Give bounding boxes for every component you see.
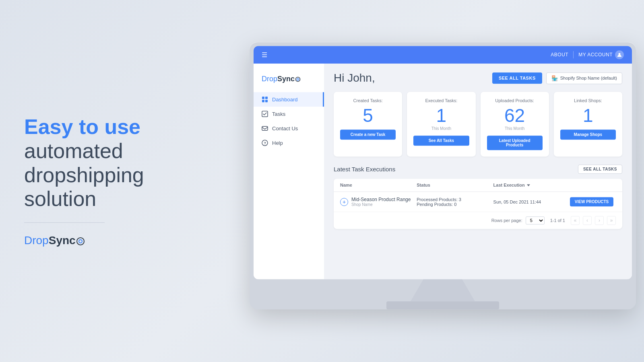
user-svg [617, 52, 622, 57]
tagline-line4: solution [24, 187, 177, 211]
task-action-cell: VIEW PRODUCTS [570, 197, 616, 206]
my-account-label: MY ACCOUNT [578, 52, 613, 58]
tagline-line3: dropshipping [24, 163, 177, 187]
greeting-text: Hi John, [334, 72, 375, 84]
sidebar-item-help[interactable]: ? Help [254, 136, 324, 150]
menu-icon[interactable]: ☰ [262, 51, 267, 59]
sidebar-logo: Drop Sync [254, 72, 324, 92]
monitor-stand [411, 279, 475, 301]
sidebar-item-contact[interactable]: Contact Us [254, 121, 324, 136]
col-header-status: Status [417, 183, 493, 187]
status-line2: Pending Products: 0 [417, 202, 493, 207]
stat-label-uploaded: Uploaded Products: [487, 98, 543, 103]
table-row: + Mid-Season Product Range Shop Name Pro… [334, 192, 622, 212]
stat-card-uploaded: Uploaded Products: 62 This Month Latest … [481, 92, 549, 156]
monitor-base [386, 301, 499, 309]
status-line1: Processed Products: 3 [417, 197, 493, 202]
pagination: Rows per page: 5 10 25 1-1 of 1 « ‹ › » [334, 212, 622, 229]
sidebar-label-contact: Contact Us [272, 125, 298, 132]
left-panel: Easy to use automated dropshipping solut… [24, 115, 177, 247]
stat-value-executed: 1 [413, 106, 469, 125]
stat-sub-executed: This Month [413, 126, 469, 131]
tagline-line2: automated [24, 139, 177, 163]
svg-rect-5 [262, 97, 264, 99]
task-name-cell: + Mid-Season Product Range Shop Name [340, 197, 417, 207]
table-header: Name Status Last Execution [334, 179, 622, 192]
section-header: Latest Task Executions SEE ALL TASKS [334, 165, 622, 174]
sidebar-label-tasks: Tasks [272, 111, 285, 117]
stat-value-created: 5 [340, 106, 396, 125]
svg-point-0 [77, 238, 84, 245]
stats-grid: Created Tasks: 5 Create a new Task Execu… [334, 92, 622, 156]
left-logo-sync: Sync [49, 234, 85, 247]
sidebar-logo-drop: Drop [262, 75, 277, 83]
monitor-screen: ☰ ABOUT MY ACCOUNT [254, 46, 632, 279]
sidebar: Drop Sync Dashboard [254, 64, 324, 279]
my-account-btn[interactable]: MY ACCOUNT [578, 50, 624, 59]
monitor-wrapper: ☰ ABOUT MY ACCOUNT [250, 42, 636, 309]
dashboard-icon [262, 96, 268, 103]
latest-products-btn[interactable]: Latest Uploaded Products [487, 136, 543, 150]
sidebar-item-dashboard[interactable]: Dashboard [254, 92, 324, 107]
col-header-execution: Last Execution [493, 183, 570, 187]
shop-icon: 🏪 [551, 75, 558, 81]
svg-text:?: ? [264, 141, 266, 145]
task-main-name: Mid-Season Product Range [351, 197, 411, 202]
prev-page-btn[interactable]: ‹ [583, 216, 592, 225]
svg-point-2 [619, 53, 621, 55]
create-task-btn[interactable]: Create a new Task [340, 130, 396, 140]
col-header-name: Name [340, 183, 417, 187]
col-header-action [570, 183, 616, 187]
rows-per-page-select[interactable]: 5 10 25 [526, 216, 545, 224]
tagline-line1: Easy to use [24, 115, 177, 139]
manage-shops-btn[interactable]: Manage Shops [560, 130, 616, 140]
tasks-icon [262, 111, 268, 117]
user-icon [615, 50, 624, 59]
svg-point-1 [79, 240, 82, 243]
task-table: Name Status Last Execution [334, 179, 622, 229]
shop-name-text: Shopify Shop Name (default) [560, 76, 617, 80]
stat-card-executed: Executed Tasks: 1 This Month See All Tas… [407, 92, 475, 156]
left-logo: Drop Sync [24, 234, 177, 247]
stat-label-executed: Executed Tasks: [413, 98, 469, 103]
view-products-btn[interactable]: VIEW PRODUCTS [570, 197, 613, 206]
header-row: Hi John, SEE ALL TASKS 🏪 Shopify Shop Na… [334, 72, 622, 84]
stat-card-linked: Linked Shops: 1 Manage Shops [554, 92, 622, 156]
task-execution-date: Sun, 05 Dec 2021 11:44 [493, 200, 570, 204]
rows-per-page-label: Rows per page: [491, 218, 522, 223]
main-content: Hi John, SEE ALL TASKS 🏪 Shopify Shop Na… [324, 64, 632, 279]
svg-rect-8 [265, 100, 268, 102]
left-logo-o-icon [76, 237, 85, 246]
task-name-info: Mid-Season Product Range Shop Name [351, 197, 411, 207]
stat-card-created: Created Tasks: 5 Create a new Task [334, 92, 402, 156]
sort-icon [526, 183, 530, 187]
stat-value-uploaded: 62 [487, 106, 543, 125]
help-icon: ? [262, 140, 268, 146]
svg-point-3 [296, 77, 300, 82]
svg-rect-7 [262, 100, 264, 102]
next-page-btn[interactable]: › [595, 216, 604, 225]
last-page-btn[interactable]: » [607, 216, 616, 225]
svg-point-4 [297, 78, 299, 80]
left-logo-drop: Drop [24, 234, 49, 247]
stat-label-created: Created Tasks: [340, 98, 396, 103]
topbar: ☰ ABOUT MY ACCOUNT [254, 46, 632, 64]
first-page-btn[interactable]: « [571, 216, 580, 225]
sidebar-item-tasks[interactable]: Tasks [254, 107, 324, 121]
stat-label-linked: Linked Shops: [560, 98, 616, 103]
see-all-tasks-button[interactable]: SEE ALL TASKS [492, 72, 542, 84]
stat-value-linked: 1 [560, 106, 616, 125]
about-link[interactable]: ABOUT [551, 52, 568, 58]
app-container: Drop Sync Dashboard [254, 64, 632, 279]
expand-icon[interactable]: + [340, 198, 348, 206]
monitor-frame: ☰ ABOUT MY ACCOUNT [250, 42, 636, 309]
section-title: Latest Task Executions [334, 166, 395, 173]
header-actions: SEE ALL TASKS 🏪 Shopify Shop Name (defau… [492, 72, 622, 84]
sidebar-label-help: Help [272, 140, 283, 146]
see-all-tasks-stat-btn[interactable]: See All Tasks [413, 136, 469, 146]
shop-badge[interactable]: 🏪 Shopify Shop Name (default) [546, 72, 622, 84]
contact-icon [262, 125, 268, 132]
see-all-tasks-outline-btn[interactable]: SEE ALL TASKS [578, 165, 622, 174]
task-shop-name: Shop Name [351, 202, 411, 207]
svg-rect-6 [265, 97, 268, 99]
